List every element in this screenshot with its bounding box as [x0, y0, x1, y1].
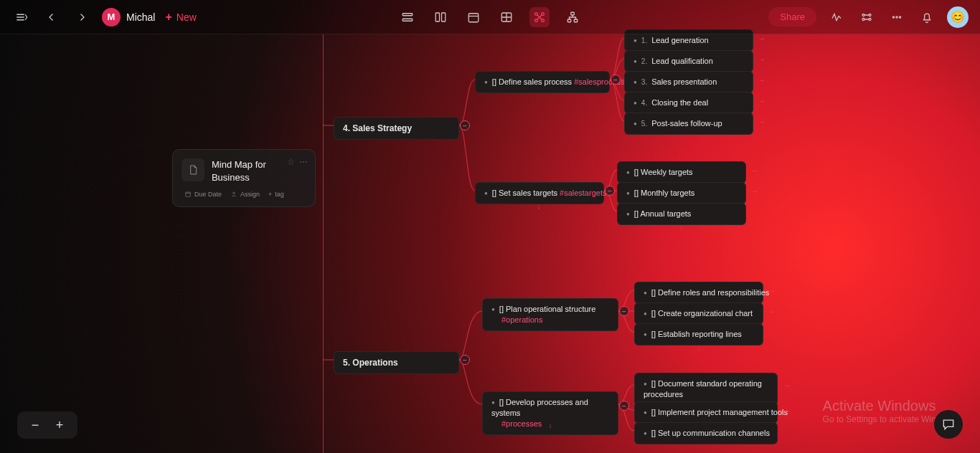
node-tag: #processes	[501, 419, 542, 428]
node-weekly-targets[interactable]: ●[] Weekly targets	[617, 161, 746, 183]
node-label: Closing the deal	[651, 98, 708, 107]
svg-point-13	[862, 14, 864, 16]
svg-point-6	[535, 12, 538, 15]
add-child-handle[interactable]: ↓	[545, 420, 555, 430]
expand-handle[interactable]: →	[782, 405, 792, 415]
node-more-icon[interactable]: ⋯	[299, 157, 308, 167]
chat-button[interactable]	[934, 410, 963, 439]
expand-handle[interactable]: →	[782, 380, 792, 390]
node-label: Sales presentation	[651, 77, 717, 86]
node-closing-deal[interactable]: ●4.Closing the deal	[624, 92, 753, 114]
settings-icon[interactable]	[857, 7, 877, 27]
expand-handle[interactable]: →	[757, 33, 767, 43]
node-label: [] Implement project management tools	[651, 408, 788, 416]
node-label: [] Annual targets	[634, 209, 692, 218]
node-label: [] Develop processes and systems	[491, 398, 588, 417]
node-label: [] Plan operational structure	[499, 305, 596, 313]
svg-point-9	[542, 19, 545, 22]
add-child-handle[interactable]: ↓	[534, 201, 544, 211]
collapse-handle[interactable]: −	[460, 355, 470, 365]
node-label: Post-sales follow-up	[651, 119, 722, 128]
workspace-avatar: M	[102, 8, 121, 27]
assign-label: Assign	[240, 191, 260, 198]
node-operations[interactable]: 5. Operations	[334, 351, 459, 374]
svg-rect-0	[402, 13, 413, 15]
node-define-sales-process[interactable]: ●[] Define sales process #salesprocess	[475, 71, 610, 93]
node-plan-operational-structure[interactable]: ●[] Plan operational structure #operatio…	[482, 298, 618, 331]
tag-label: tag	[275, 191, 284, 198]
connection-lines	[0, 34, 980, 453]
collapse-handle[interactable]: −	[605, 186, 615, 196]
expand-handle[interactable]: →	[757, 54, 767, 64]
collapse-handle[interactable]: −	[460, 120, 470, 130]
svg-rect-3	[442, 13, 446, 22]
profile-avatar[interactable]: 😊	[947, 6, 969, 28]
workspace-name: Michal	[126, 11, 155, 23]
node-sales-strategy[interactable]: 4. Sales Strategy	[334, 117, 459, 140]
node-document-sop[interactable]: ●[] Document standard operating procedur…	[634, 373, 778, 406]
svg-point-18	[896, 16, 897, 17]
collapse-handle[interactable]: −	[611, 75, 621, 85]
node-label: [] Set sales targets	[492, 189, 557, 197]
node-label: [] Create organizational chart	[651, 309, 753, 318]
new-label: New	[176, 11, 197, 23]
collapse-handle[interactable]: −	[619, 306, 629, 316]
board-view-icon[interactable]	[430, 7, 451, 27]
node-sales-presentation[interactable]: ●3.Sales presentation	[624, 71, 753, 93]
document-icon	[182, 158, 204, 181]
share-button[interactable]: Share	[768, 7, 816, 27]
workspace-chip[interactable]: M Michal	[102, 8, 155, 27]
node-post-sales-followup[interactable]: ●5.Post-sales follow-up	[624, 113, 753, 135]
star-icon[interactable]: ☆	[287, 157, 295, 167]
zoom-in-button[interactable]: +	[52, 417, 67, 433]
svg-point-14	[869, 14, 871, 16]
node-create-org-chart[interactable]: ●[] Create organizational chart	[634, 302, 763, 325]
bell-icon[interactable]	[917, 7, 937, 27]
due-date-label: Due Date	[194, 191, 222, 198]
node-monthly-targets[interactable]: ●[] Monthly targets	[617, 182, 746, 204]
back-icon[interactable]	[42, 7, 62, 27]
add-tag-button[interactable]: + tag	[268, 191, 284, 198]
mindmap-canvas[interactable]: ☆ ⋯ Mind Map for Business Due Date Assig…	[0, 34, 980, 453]
node-label: Lead qualification	[651, 57, 713, 65]
expand-handle[interactable]: →	[767, 285, 777, 295]
org-view-icon[interactable]	[562, 7, 583, 27]
node-define-roles[interactable]: ●[] Define roles and responsibilities	[634, 282, 763, 304]
svg-point-21	[233, 192, 235, 194]
add-child-handle[interactable]: ↓	[677, 222, 687, 232]
activity-icon[interactable]	[826, 7, 847, 27]
node-tag: #salestargets	[560, 189, 606, 197]
collapse-handle[interactable]: −	[619, 401, 629, 411]
svg-point-16	[869, 18, 871, 20]
expand-handle[interactable]: →	[750, 165, 760, 175]
mindmap-view-icon[interactable]	[529, 7, 550, 27]
expand-handle[interactable]: →	[757, 116, 767, 126]
list-view-icon[interactable]	[397, 7, 418, 27]
expand-handle[interactable]: →	[750, 186, 760, 196]
root-node-card[interactable]: ☆ ⋯ Mind Map for Business Due Date Assig…	[172, 149, 316, 207]
svg-point-17	[892, 16, 894, 17]
svg-point-7	[542, 12, 545, 15]
expand-handle[interactable]: →	[757, 75, 767, 85]
due-date-button[interactable]: Due Date	[184, 191, 222, 198]
svg-rect-11	[567, 19, 571, 22]
new-button[interactable]: + New	[165, 11, 196, 24]
expand-handle[interactable]: →	[767, 306, 777, 316]
node-label: [] Define roles and responsibilities	[651, 288, 769, 297]
more-icon[interactable]	[887, 7, 907, 27]
zoom-controls: − +	[17, 411, 77, 439]
node-lead-qualification[interactable]: ●2.Lead qualification	[624, 50, 753, 72]
table-view-icon[interactable]	[496, 7, 517, 27]
calendar-view-icon[interactable]	[463, 7, 484, 27]
add-child-handle[interactable]: ↓	[694, 343, 704, 353]
zoom-out-button[interactable]: −	[27, 417, 43, 433]
forward-icon[interactable]	[72, 7, 92, 27]
node-implement-pm-tools[interactable]: ●[] Implement project management tools	[634, 401, 778, 424]
node-setup-comm-channels[interactable]: ●[] Set up communication channels	[634, 422, 778, 444]
svg-point-8	[535, 19, 538, 22]
assign-button[interactable]: Assign	[230, 191, 260, 198]
trunk-line	[323, 34, 324, 453]
node-label: Lead generation	[651, 36, 709, 44]
expand-handle[interactable]: →	[757, 95, 767, 105]
sidebar-toggle-icon[interactable]	[11, 7, 32, 27]
